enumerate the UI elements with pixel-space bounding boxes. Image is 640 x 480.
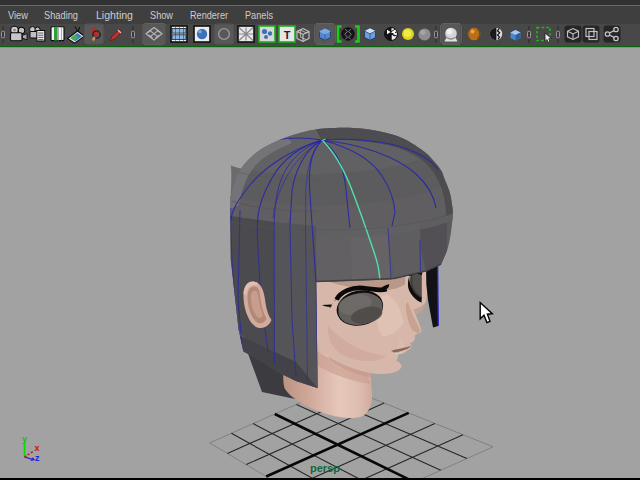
svg-text:persp: persp xyxy=(310,462,340,474)
svg-text:z: z xyxy=(35,453,40,463)
svg-text:Show: Show xyxy=(150,9,173,21)
svg-text:Renderer: Renderer xyxy=(190,9,228,21)
svg-text:y: y xyxy=(22,434,27,444)
svg-text:Shading: Shading xyxy=(44,9,78,21)
svg-text:Panels: Panels xyxy=(245,9,273,21)
svg-text:View: View xyxy=(8,9,28,21)
svg-text:Lighting: Lighting xyxy=(96,9,133,21)
svg-text:T: T xyxy=(284,29,291,41)
svg-text:x: x xyxy=(35,443,40,453)
